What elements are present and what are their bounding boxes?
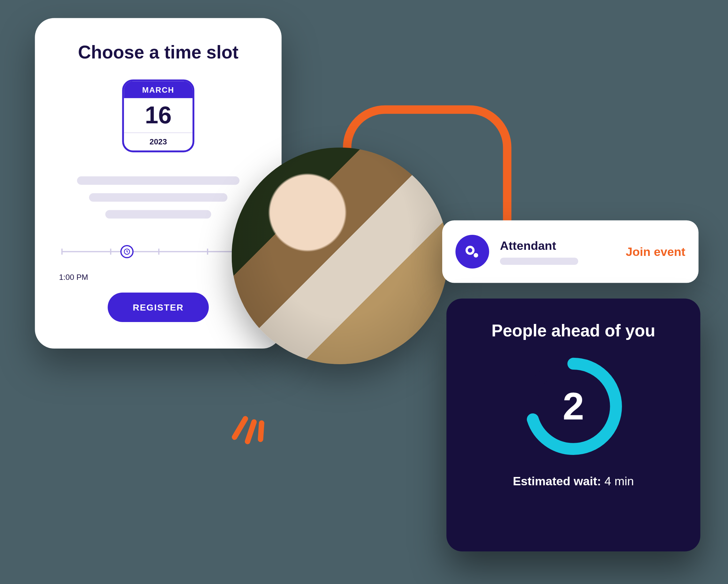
calendar-month: MARCH xyxy=(124,81,192,98)
placeholder-text-lines xyxy=(70,176,247,219)
attendant-avatar-icon xyxy=(455,235,489,269)
time-slider[interactable] xyxy=(61,243,255,266)
queue-progress-ring: 2 xyxy=(522,355,625,457)
svg-line-3 xyxy=(261,423,261,439)
join-event-link[interactable]: Join event xyxy=(626,245,685,258)
calendar-day: 16 xyxy=(124,98,192,132)
queue-count: 2 xyxy=(522,355,625,457)
user-photo xyxy=(232,148,448,364)
queue-title: People ahead of you xyxy=(465,322,682,340)
attendant-title: Attendant xyxy=(500,239,615,252)
attendant-row: Attendant Join event xyxy=(442,221,699,283)
svg-point-5 xyxy=(468,248,472,252)
time-slider-label: 1:00 PM xyxy=(59,273,258,282)
clock-icon[interactable] xyxy=(121,245,134,258)
svg-point-6 xyxy=(473,253,478,257)
queue-wait-value: 4 min xyxy=(604,475,634,487)
attendant-subtext-placeholder xyxy=(500,257,578,265)
decorative-spark-icon xyxy=(223,395,277,449)
queue-wait-text: Estimated wait: 4 min xyxy=(465,475,682,488)
svg-line-2 xyxy=(248,422,254,441)
svg-line-1 xyxy=(234,419,245,437)
calendar-chip[interactable]: MARCH 16 2023 xyxy=(122,80,194,152)
timeslot-title: Choose a time slot xyxy=(59,42,258,62)
queue-card: People ahead of you 2 Estimated wait: 4 … xyxy=(446,299,700,552)
register-button[interactable]: REGISTER xyxy=(108,293,209,322)
calendar-year: 2023 xyxy=(124,133,192,151)
queue-wait-label: Estimated wait: xyxy=(513,475,601,487)
